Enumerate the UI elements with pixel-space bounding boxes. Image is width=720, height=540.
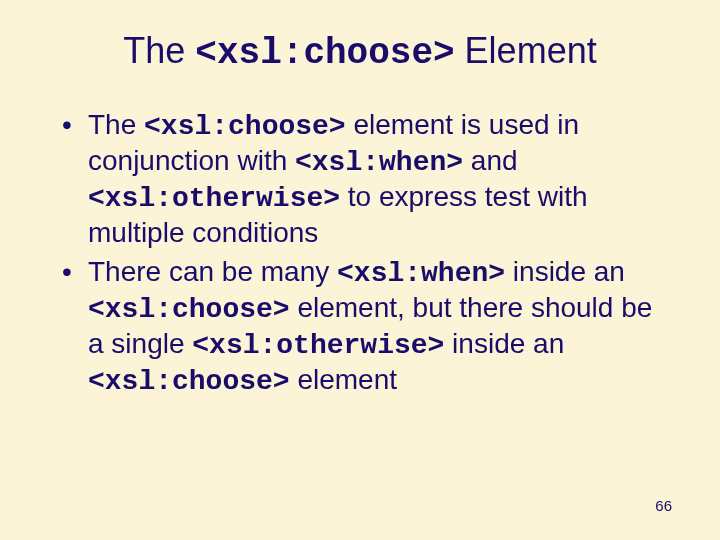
bullet-list: The <xsl:choose> element is used in conj… [50,108,670,399]
list-item: There can be many <xsl:when> inside an <… [58,255,670,400]
bullet-text: The [88,109,144,140]
page-number: 66 [655,497,672,514]
bullet-code: <xsl:when> [337,258,505,289]
bullet-text: and [463,145,518,176]
slide-title: The <xsl:choose> Element [50,30,670,74]
bullet-code: <xsl:when> [295,147,463,178]
list-item: The <xsl:choose> element is used in conj… [58,108,670,251]
title-text-post: Element [455,30,597,71]
slide: The <xsl:choose> Element The <xsl:choose… [0,0,720,540]
bullet-text: element [290,364,397,395]
title-code: <xsl:choose> [195,33,454,74]
bullet-code: <xsl:otherwise> [88,183,340,214]
bullet-text: inside an [505,256,625,287]
bullet-text: There can be many [88,256,337,287]
bullet-code: <xsl:choose> [88,366,290,397]
title-text-pre: The [123,30,195,71]
bullet-code: <xsl:choose> [88,294,290,325]
bullet-text: inside an [444,328,564,359]
bullet-code: <xsl:choose> [144,111,346,142]
bullet-code: <xsl:otherwise> [192,330,444,361]
